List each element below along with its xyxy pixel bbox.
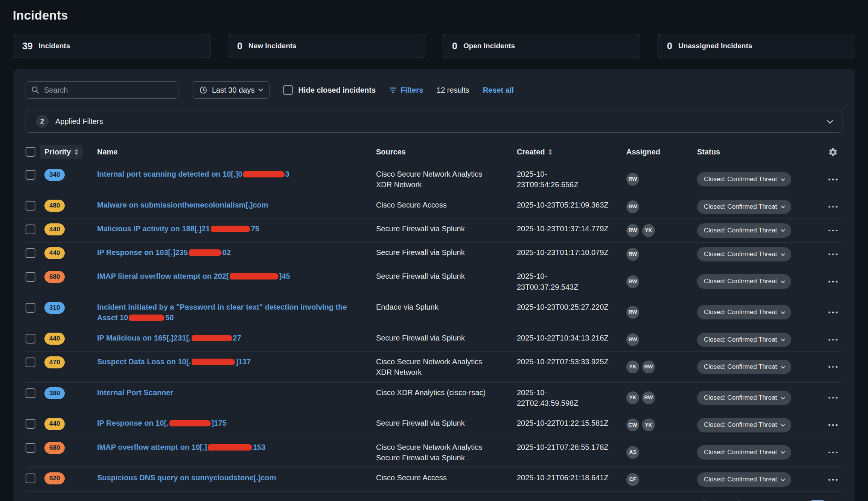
status-text: Closed: Confirmed Threat xyxy=(704,448,777,457)
row-actions-button[interactable] xyxy=(827,449,839,457)
source-line: XDR Network xyxy=(376,179,517,190)
hide-closed-checkbox[interactable] xyxy=(283,85,293,95)
assigned-cell: RW xyxy=(626,200,697,213)
card-label: New Incidents xyxy=(248,42,297,50)
row-actions-button[interactable] xyxy=(827,476,839,484)
sources-cell: Secure Firewall via Splunk xyxy=(376,247,517,258)
status-dropdown[interactable]: Closed: Confirmed Threat xyxy=(697,391,791,405)
incident-name-link[interactable]: Malicious IP activity on 188[.]2175 xyxy=(97,223,271,234)
status-dropdown[interactable]: Closed: Confirmed Threat xyxy=(697,445,791,460)
sources-cell: Secure Firewall via Splunk xyxy=(376,271,517,281)
row-checkbox[interactable] xyxy=(26,272,35,282)
source-line: Secure Firewall via Splunk xyxy=(376,418,517,428)
row-checkbox[interactable] xyxy=(26,357,35,367)
time-range-dropdown[interactable]: Last 30 days xyxy=(192,81,270,99)
incident-name-link[interactable]: IP Response on 103[.]23502 xyxy=(97,247,242,258)
incident-name-link[interactable]: Malware on submissionthemecolonialism[.]… xyxy=(97,200,280,210)
status-dropdown[interactable]: Closed: Confirmed Threat xyxy=(697,274,791,289)
row-checkbox[interactable] xyxy=(26,419,35,429)
created-cell: 2025-10-21T06:21:18.641Z xyxy=(517,472,626,483)
assigned-cell: CF xyxy=(626,473,697,486)
assignee-avatar: RW xyxy=(626,200,639,213)
row-actions-button[interactable] xyxy=(827,278,839,286)
incident-name-link[interactable]: IP Malicious on 165[.]231[.27 xyxy=(97,333,253,343)
row-checkbox[interactable] xyxy=(26,388,35,398)
status-text: Closed: Confirmed Threat xyxy=(704,335,777,344)
assignee-avatar: AS xyxy=(626,446,639,459)
applied-filters-bar[interactable]: 2 Applied Filters xyxy=(26,110,842,133)
row-actions-button[interactable] xyxy=(827,309,839,316)
row-actions-button[interactable] xyxy=(827,394,839,402)
search-input[interactable] xyxy=(26,81,178,99)
card-value: 0 xyxy=(452,41,457,52)
table-header: Priority Name Sources Created Assigned S… xyxy=(26,145,842,164)
sources-cell: Secure Firewall via Splunk xyxy=(376,418,517,428)
header-created[interactable]: Created xyxy=(517,148,552,156)
redaction-mark xyxy=(243,171,285,177)
header-priority-label: Priority xyxy=(44,148,71,156)
row-checkbox[interactable] xyxy=(26,474,35,483)
status-dropdown[interactable]: Closed: Confirmed Threat xyxy=(697,360,791,374)
incident-name-post: 02 xyxy=(222,248,231,257)
table-settings-gear-icon[interactable] xyxy=(828,147,838,157)
status-dropdown[interactable]: Closed: Confirmed Threat xyxy=(697,305,791,319)
incident-name-post: ]175 xyxy=(212,419,227,427)
incident-name-link[interactable]: Internal port scanning detected on 10[.]… xyxy=(97,169,301,179)
chevron-down-icon[interactable] xyxy=(827,117,833,124)
table-row: 620 Suspicious DNS query on sunnycloudst… xyxy=(26,468,842,492)
header-priority[interactable]: Priority xyxy=(40,145,83,159)
row-checkbox[interactable] xyxy=(26,225,35,234)
table-body: 340 Internal port scanning detected on 1… xyxy=(26,164,842,492)
table-row: 380 Internal Port Scanner Cisco XDR Anal… xyxy=(26,383,842,414)
incident-name-link[interactable]: Internal Port Scanner xyxy=(97,387,184,398)
assigned-cell: RW xyxy=(626,333,697,346)
status-dropdown[interactable]: Closed: Confirmed Threat xyxy=(697,200,791,214)
created-cell: 2025-10-23T01:37:14.779Z xyxy=(517,223,626,234)
row-checkbox[interactable] xyxy=(26,248,35,258)
incident-name-link[interactable]: IP Response on 10[.]175 xyxy=(97,418,238,428)
row-actions-button[interactable] xyxy=(827,336,839,344)
row-actions-button[interactable] xyxy=(827,227,839,235)
card-open-incidents[interactable]: 0 Open Incidents xyxy=(443,34,640,58)
row-actions-button[interactable] xyxy=(827,363,839,371)
row-checkbox[interactable] xyxy=(26,201,35,211)
hide-closed-label: Hide closed incidents xyxy=(298,86,376,95)
incident-name-link[interactable]: IMAP literal overflow attempt on 202[]45 xyxy=(97,271,302,281)
priority-badge: 340 xyxy=(44,169,65,181)
assignee-avatar: RW xyxy=(626,173,639,186)
card-unassigned-incidents[interactable]: 0 Unassigned Incidents xyxy=(658,34,855,58)
status-dropdown[interactable]: Closed: Confirmed Threat xyxy=(697,172,791,186)
row-checkbox[interactable] xyxy=(26,443,35,453)
incident-name-link[interactable]: IMAP overflow attempt on 10[.]153 xyxy=(97,442,277,452)
priority-badge: 680 xyxy=(44,271,65,283)
created-cell: 2025-10- 22T02:43:59.598Z xyxy=(517,387,626,409)
priority-badge: 380 xyxy=(44,387,65,399)
select-all-checkbox[interactable] xyxy=(26,147,35,157)
incident-name-link[interactable]: Incident initiated by a "Password in cle… xyxy=(97,302,376,323)
status-dropdown[interactable]: Closed: Confirmed Threat xyxy=(697,333,791,347)
card-new-incidents[interactable]: 0 New Incidents xyxy=(228,34,425,58)
incident-name-link[interactable]: Suspect Data Loss on 10[.]137 xyxy=(97,356,262,367)
row-checkbox[interactable] xyxy=(26,334,35,344)
status-dropdown[interactable]: Closed: Confirmed Threat xyxy=(697,247,791,261)
row-actions-button[interactable] xyxy=(827,421,839,429)
row-actions-button[interactable] xyxy=(827,203,839,211)
row-actions-button[interactable] xyxy=(827,250,839,258)
sources-cell: Cisco Secure Access xyxy=(376,472,517,483)
incident-name-pre: Suspect Data Loss on 10[. xyxy=(97,357,191,366)
assigned-cell: YKRW xyxy=(626,360,697,373)
reset-all-button[interactable]: Reset all xyxy=(483,86,514,95)
chevron-down-icon xyxy=(781,279,785,283)
priority-badge: 310 xyxy=(44,302,65,314)
table-row: 440 IP Response on 10[.]175 Secure Firew… xyxy=(26,413,842,437)
status-dropdown[interactable]: Closed: Confirmed Threat xyxy=(697,418,791,432)
redaction-mark xyxy=(169,420,211,426)
filters-button[interactable]: Filters xyxy=(389,86,423,95)
status-dropdown[interactable]: Closed: Confirmed Threat xyxy=(697,472,791,487)
incident-name-link[interactable]: Suspicious DNS query on sunnycloudstone[… xyxy=(97,472,288,483)
row-checkbox[interactable] xyxy=(26,303,35,313)
row-actions-button[interactable] xyxy=(827,176,839,183)
status-dropdown[interactable]: Closed: Confirmed Threat xyxy=(697,223,791,238)
row-checkbox[interactable] xyxy=(26,170,35,180)
card-total-incidents[interactable]: 39 Incidents xyxy=(13,34,210,58)
